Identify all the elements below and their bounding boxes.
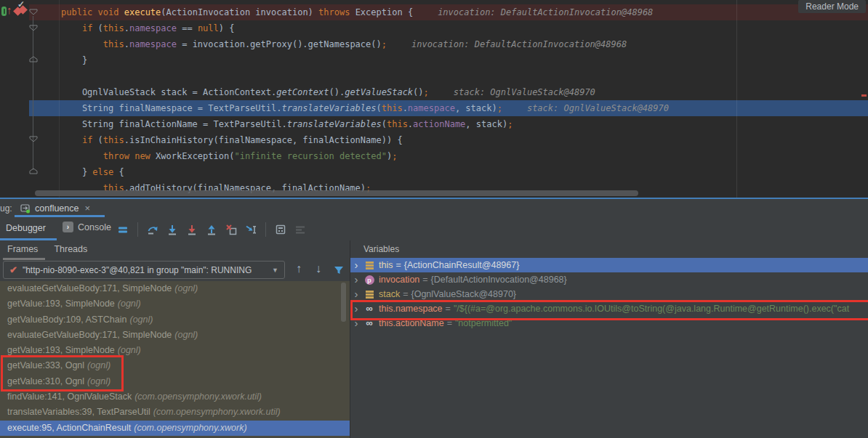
variable-name: this	[379, 260, 393, 270]
tab-frames[interactable]: Frames	[7, 244, 38, 254]
toolbar-separator	[137, 222, 138, 237]
step-out-button[interactable]	[205, 223, 218, 236]
debug-window-label: ug:	[0, 203, 12, 214]
active-tab-underline	[15, 215, 105, 217]
fold-collapse-icon[interactable]	[29, 25, 38, 31]
code-line: }	[61, 52, 868, 68]
frame-row[interactable]: getValue:310, Ognl(ognl)	[0, 374, 350, 389]
expand-chevron-icon[interactable]: ›	[350, 273, 362, 286]
chevron-down-icon: ▼	[272, 267, 278, 274]
expand-chevron-icon[interactable]: ›	[350, 288, 362, 301]
code-line: this.namespace = invocation.getProxy().g…	[61, 36, 868, 52]
tab-console[interactable]: › Console	[63, 222, 111, 232]
console-icon: ›	[63, 222, 73, 232]
variable-row[interactable]: ›pinvocation={DefaultActionInvocation@48…	[350, 272, 868, 287]
variables-list[interactable]: ›this={ActionChainResult@48967}›pinvocat…	[350, 258, 868, 330]
variable-row[interactable]: ›∞this.namespace="/${(#a=@org.apache.com…	[350, 301, 868, 316]
variable-name: this.namespace	[379, 304, 443, 314]
next-frame-button[interactable]: ↓	[316, 262, 321, 275]
right-margin-guide	[736, 0, 737, 198]
fold-collapse-icon[interactable]	[29, 136, 38, 142]
frame-row[interactable]: findValue:141, OgnlValueStack(com.opensy…	[0, 389, 350, 405]
variable-row[interactable]: ›this={ActionChainResult@48967}	[350, 258, 868, 272]
parameter-icon: p	[362, 275, 377, 285]
variable-name: invocation	[379, 275, 419, 285]
session-tab-confluence[interactable]: confluence ×	[16, 200, 95, 216]
variable-value: "notpermitted"	[455, 318, 512, 328]
expand-chevron-icon[interactable]: ›	[350, 259, 362, 272]
fold-collapse-icon[interactable]	[29, 9, 38, 15]
frame-row[interactable]: evaluateGetValueBody:171, SimpleNode(ogn…	[0, 328, 350, 343]
variable-value: {ActionChainResult@48967}	[404, 260, 520, 270]
error-stripe-mark[interactable]	[861, 94, 867, 97]
code-line: String finalNamespace = TextParseUtil.tr…	[61, 100, 868, 116]
step-into-button[interactable]	[166, 223, 179, 236]
code-line: OgnlValueStack stack = ActionContext.get…	[61, 84, 868, 100]
close-icon[interactable]: ×	[84, 203, 90, 214]
session-tab-label: confluence	[35, 203, 79, 214]
debugger-panels: Frames Threads ✔ "http-nio-8090-exec-3"@…	[0, 240, 868, 438]
watch-icon: ∞	[362, 319, 377, 328]
overrides-method-icon[interactable]	[1, 7, 7, 16]
inline-debugger-hint: invocation: DefaultActionInvocation@4896…	[411, 39, 627, 49]
fold-end-icon[interactable]	[29, 56, 38, 62]
variable-name: this.actionName	[379, 318, 444, 328]
variable-name: stack	[379, 289, 400, 299]
editor-horizontal-scrollbar[interactable]	[35, 190, 638, 196]
navigate-up-icon[interactable]: ↑	[7, 4, 12, 16]
evaluate-expression-button[interactable]	[274, 223, 287, 236]
editor-debugger-splitter[interactable]	[0, 198, 868, 199]
frame-row[interactable]: getValueBody:109, ASTChain(ognl)	[0, 312, 350, 328]
code-line	[61, 68, 868, 84]
inline-debugger-hint: stack: OgnlValueStack@48970	[527, 103, 669, 113]
reader-mode-button[interactable]: Reader Mode	[798, 0, 866, 13]
frame-row[interactable]: getValue:333, Ognl(ognl)	[0, 358, 350, 373]
hide-frames-filter-button[interactable]	[333, 264, 345, 276]
previous-frame-button[interactable]: ↑	[296, 262, 302, 275]
run-to-cursor-button[interactable]	[244, 223, 257, 236]
inline-debugger-hint: invocation: DefaultActionInvocation@4896…	[438, 7, 653, 17]
drop-frame-button[interactable]	[225, 223, 238, 236]
tab-debugger[interactable]: Debugger	[6, 223, 46, 233]
gutter-separator	[59, 0, 60, 198]
code-editor[interactable]: ↑ ✓ public void execute(ActionInvocation…	[0, 0, 868, 198]
step-over-button[interactable]	[146, 223, 159, 236]
debugger-toolbar: Debugger › Console	[0, 218, 868, 241]
frames-panel: Frames Threads ✔ "http-nio-8090-exec-3"@…	[0, 240, 350, 438]
inline-debugger-hint: stack: OgnlValueStack@48970	[454, 87, 595, 97]
view-options-button[interactable]	[116, 223, 129, 236]
variable-row[interactable]: ›∞this.actionName="notpermitted"	[350, 316, 868, 330]
variable-value: "/${(#a=@org.apache.commons.io.IOUtils@t…	[454, 304, 849, 314]
frame-row[interactable]: evaluateGetValueBody:171, SimpleNode(ogn…	[0, 281, 350, 296]
ide-window: ↑ ✓ public void execute(ActionInvocation…	[0, 0, 868, 438]
thread-selector-value: "http-nio-8090-exec-3"@40,821 in group "…	[23, 265, 267, 275]
fold-rail	[33, 16, 33, 170]
tab-threads[interactable]: Threads	[54, 244, 87, 254]
frame-row[interactable]: execute:95, ActionChainResult(com.opensy…	[0, 421, 350, 436]
code-line: String finalActionName = TextParseUtil.t…	[61, 116, 868, 132]
watch-icon: ∞	[362, 304, 377, 313]
layout-settings-button[interactable]	[294, 223, 307, 236]
code-line: if (this.namespace == null) {	[61, 20, 868, 36]
force-step-into-button[interactable]	[185, 223, 198, 236]
variables-panel: Variables ›this={ActionChainResult@48967…	[350, 240, 868, 438]
fold-end-icon[interactable]	[29, 168, 38, 174]
toolbar-separator	[265, 222, 266, 237]
code-line: if (this.isInChainHistory(finalNamespace…	[61, 132, 868, 148]
frame-row[interactable]: getValue:193, SimpleNode(ognl)	[0, 343, 350, 358]
code-line: throw new XworkException("infinite recur…	[61, 148, 868, 164]
console-tab-label: Console	[78, 222, 111, 232]
thread-selector-dropdown[interactable]: ✔ "http-nio-8090-exec-3"@40,821 in group…	[3, 261, 285, 279]
stepping-toolbar	[116, 221, 307, 238]
code-line: } else {	[61, 164, 868, 180]
frames-list[interactable]: evaluateGetValueBody:171, SimpleNode(ogn…	[0, 281, 350, 438]
run-configuration-icon	[20, 203, 31, 214]
frame-row[interactable]: translateVariables:39, TextParseUtil(com…	[0, 405, 350, 420]
expand-chevron-icon[interactable]: ›	[350, 302, 362, 315]
expand-chevron-icon[interactable]: ›	[350, 317, 362, 330]
frame-row[interactable]: getValue:193, SimpleNode(ognl)	[0, 296, 350, 312]
variables-header: Variables	[363, 244, 399, 254]
frames-scrollbar[interactable]	[341, 283, 346, 322]
thread-running-check-icon: ✔	[9, 264, 17, 275]
variable-row[interactable]: ›stack={OgnlValueStack@48970}	[350, 287, 868, 301]
